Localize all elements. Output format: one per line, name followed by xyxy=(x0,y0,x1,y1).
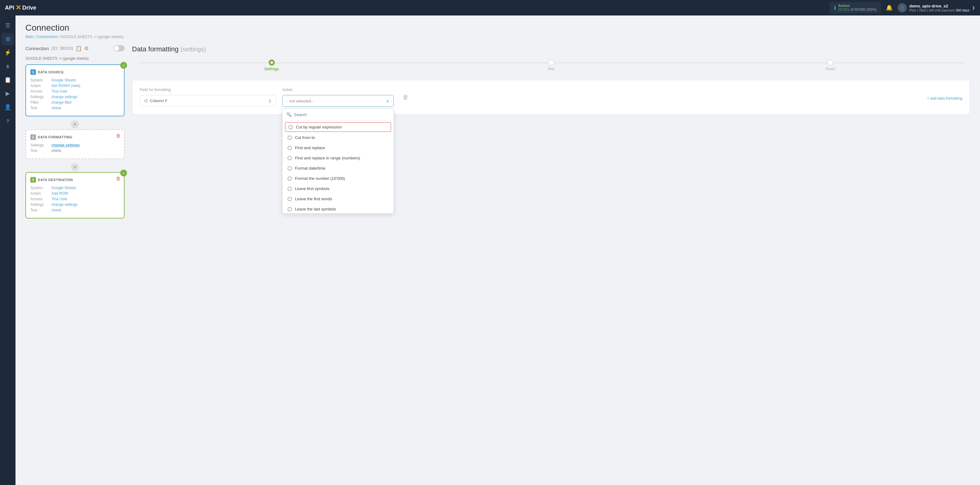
destination-action-value[interactable]: Add ROW xyxy=(51,191,68,196)
source-action-value[interactable]: Get ROWS (new) xyxy=(51,84,80,88)
destination-block-header: 3 DATA DESTINATION xyxy=(30,177,119,182)
progress-steps: Settings Test Finish xyxy=(132,59,970,71)
select-dot-icon xyxy=(145,99,148,103)
destination-settings-label: Settings xyxy=(30,203,49,207)
add-block-button-1[interactable]: + xyxy=(71,120,79,128)
source-test-row: Test check xyxy=(30,106,119,110)
dropdown-radio-7 xyxy=(288,197,292,201)
formatting-block-num: 2 xyxy=(30,134,36,140)
source-access-label: Access xyxy=(30,89,49,94)
sidebar-item-home[interactable]: ⊞ xyxy=(2,33,14,45)
step-test-circle xyxy=(548,59,554,66)
sidebar-item-billing[interactable]: $ xyxy=(2,60,14,73)
dropdown-item-3[interactable]: Find and replace in range (numbers) xyxy=(283,153,393,163)
dropdown-item-label-7: Leave the first words xyxy=(295,197,332,201)
source-filter-value[interactable]: change filter xyxy=(51,100,72,105)
settings-button[interactable]: ⚙ xyxy=(84,46,89,51)
breadcrumb-sep2: / xyxy=(58,35,60,39)
dropdown-item-5[interactable]: Format the number (10'000) xyxy=(283,173,393,184)
dropdown-item-label-4: Format date/time xyxy=(295,166,325,171)
source-test-label: Test xyxy=(30,106,49,110)
sidebar-item-profile[interactable]: 👤 xyxy=(2,101,14,113)
user-avatar: 👤 xyxy=(897,3,907,13)
step-test: Test xyxy=(412,59,691,71)
user-menu[interactable]: 👤 demo_apix-drive_s2 Plan | Start | left… xyxy=(897,3,975,13)
sidebar-item-tasks[interactable]: 📋 xyxy=(2,74,14,86)
right-panel: Data formatting (settings) Settings Test… xyxy=(132,45,970,114)
formatting-settings-value[interactable]: change settings xyxy=(51,143,80,147)
formatting-title: Data formatting (settings) xyxy=(132,45,970,53)
dropdown-item-2[interactable]: Find and replace xyxy=(283,143,393,153)
dropdown-item-0[interactable]: Cut by regular expression xyxy=(285,122,391,132)
destination-delete-button[interactable]: 🗑 xyxy=(116,176,121,181)
dropdown-item-1[interactable]: Cut from-to xyxy=(283,133,393,143)
dropdown-radio-0 xyxy=(288,125,293,129)
dropdown-item-6[interactable]: Leave first symbols xyxy=(283,184,393,194)
dropdown-list: Cut by regular expression Cut from-to Fi… xyxy=(283,120,393,213)
source-block-title: DATA SOURCE xyxy=(38,70,64,74)
source-access-value[interactable]: Tina User xyxy=(51,89,68,94)
actions-count: 25'161 of 50'000 (50%) xyxy=(838,8,877,12)
dropdown-search-wrap: 🔍 xyxy=(283,109,393,120)
dropdown-search-input[interactable] xyxy=(294,113,390,117)
plus-connector-2: + xyxy=(25,162,124,172)
info-icon: ℹ xyxy=(834,5,836,11)
breadcrumb-main[interactable]: Main xyxy=(25,35,33,39)
dropdown-item-7[interactable]: Leave the first words xyxy=(283,194,393,204)
step-settings-label: Settings xyxy=(264,67,279,71)
destination-settings-value[interactable]: change settings xyxy=(51,203,78,207)
sidebar-item-logs[interactable]: ▶ xyxy=(2,87,14,100)
sidebar-item-menu[interactable]: ☰ xyxy=(2,19,14,32)
actions-widget: ℹ Actions: 25'161 of 50'000 (50%) xyxy=(830,2,881,14)
dropdown-item-4[interactable]: Format date/time xyxy=(283,163,393,173)
dropdown-item-label-5: Format the number (10'000) xyxy=(295,176,345,181)
action-chevron-icon: ∧ xyxy=(386,98,389,103)
action-select[interactable]: - not selected - ∧ xyxy=(282,95,394,107)
source-settings-value[interactable]: change settings xyxy=(51,95,78,99)
destination-system-value[interactable]: Google Sheets xyxy=(51,186,76,190)
breadcrumb-connections[interactable]: Connections xyxy=(37,35,57,39)
app-logo[interactable]: API✕Drive xyxy=(5,4,36,12)
destination-test-value[interactable]: check xyxy=(51,208,61,212)
logo-api: API xyxy=(5,5,14,11)
sidebar: ☰ ⊞ ⚡ $ 📋 ▶ 👤 ? xyxy=(0,16,16,485)
formatting-title-paren: (settings) xyxy=(181,46,206,52)
source-action-label: Action xyxy=(30,84,49,88)
destination-access-row: Access Tina User xyxy=(30,197,119,201)
sidebar-item-help[interactable]: ? xyxy=(2,114,14,127)
destination-system-label: System xyxy=(30,186,49,190)
source-settings-row: Settings change settings xyxy=(30,95,119,99)
dropdown-radio-1 xyxy=(288,136,292,140)
destination-access-value[interactable]: Tina User xyxy=(51,197,68,201)
dropdown-item-label-0: Cut by regular expression xyxy=(296,125,342,129)
field-select[interactable]: Column F ❯ xyxy=(140,95,276,106)
data-formatting-block: 🗑 2 DATA FORMATTING Settings change sett… xyxy=(25,129,124,159)
source-test-value[interactable]: check xyxy=(51,106,61,110)
action-label: Action xyxy=(282,87,394,92)
add-block-button-2[interactable]: + xyxy=(71,163,79,171)
actions-label: Actions: xyxy=(838,4,877,8)
formatting-title-text: Data formatting xyxy=(132,45,178,53)
data-source-block: ✓ 1 DATA SOURCE System Google Sheets Act… xyxy=(25,64,124,116)
formatting-delete-button[interactable]: 🗑 xyxy=(116,133,121,139)
dropdown-item-label-2: Find and replace xyxy=(295,146,325,150)
action-select-placeholder: - not selected - xyxy=(287,99,313,103)
step-test-label: Test xyxy=(548,67,555,71)
source-system-value[interactable]: Google Sheets xyxy=(51,78,76,82)
logo-drive: Drive xyxy=(22,5,36,11)
search-icon: 🔍 xyxy=(286,112,291,117)
dropdown-radio-6 xyxy=(288,187,292,191)
connection-toggle[interactable] xyxy=(113,45,124,51)
add-formatting-link[interactable]: + add data formatting xyxy=(927,96,963,101)
formatting-test-row: Test check xyxy=(30,149,119,153)
sidebar-item-connections[interactable]: ⚡ xyxy=(2,46,14,59)
dropdown-item-8[interactable]: Leave the last symbols xyxy=(283,204,393,213)
copy-button[interactable]: 📋 xyxy=(76,46,82,51)
connection-subtitle: GOOGLE SHEETS -> (google sheets) xyxy=(25,56,124,61)
source-access-row: Access Tina User xyxy=(30,89,119,94)
delete-formatting-row-button[interactable]: 🗑 xyxy=(400,91,411,103)
bell-icon[interactable]: 🔔 xyxy=(886,4,892,11)
dropdown-item-label-3: Find and replace in range (numbers) xyxy=(295,156,360,160)
action-group: Action - not selected - ∧ 🔍 xyxy=(282,87,394,107)
field-for-formatting-group: Field for formatting Column F ❯ xyxy=(140,87,276,106)
